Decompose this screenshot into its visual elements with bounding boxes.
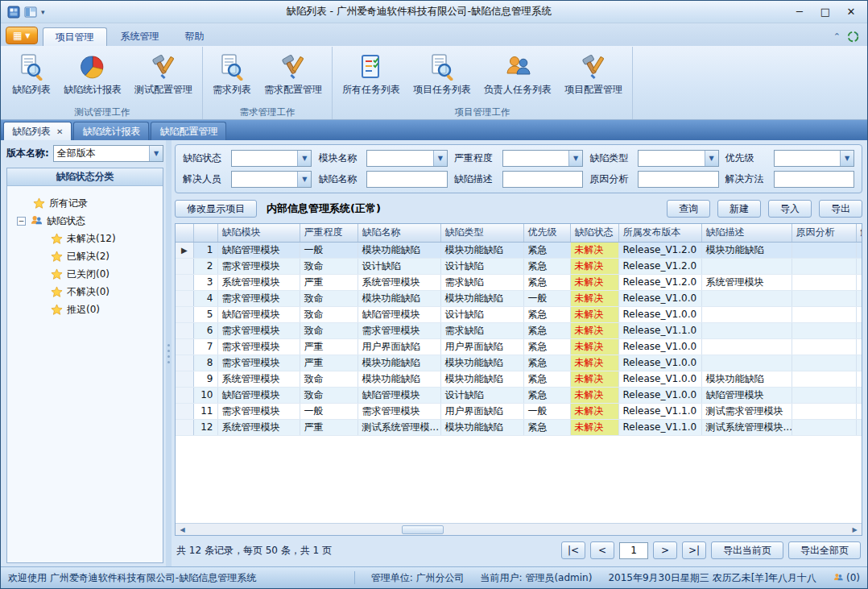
test-config-management-button[interactable]: 测试配置管理: [129, 49, 198, 106]
tree-collapse-icon[interactable]: −: [17, 217, 26, 226]
column-header[interactable]: 原因分析: [792, 224, 856, 242]
table-row[interactable]: 6需求管理模块致命需求管理模块需求缺陷紧急未解决Release_V1.1.0: [176, 322, 862, 338]
search-button[interactable]: 查询: [667, 200, 710, 218]
tree-item-all-records[interactable]: 所有记录: [9, 194, 161, 212]
all-tasks-list-button[interactable]: 所有任务列表: [337, 49, 406, 106]
filter-severity-combo[interactable]: ▼: [502, 150, 583, 167]
filter-defect-desc-input[interactable]: [502, 171, 583, 188]
export-all-pages-button[interactable]: 导出全部页: [788, 541, 861, 559]
table-row[interactable]: 5缺陷管理模块致命缺陷管理模块设计缺陷紧急未解决Release_V1.0.0: [176, 306, 862, 322]
chevron-down-icon[interactable]: ▼: [568, 151, 582, 166]
collapse-ribbon-icon[interactable]: ⌃: [833, 31, 841, 42]
tree-item-defect-status[interactable]: −缺陷状态: [9, 212, 161, 230]
version-combo[interactable]: 全部版本 ▼: [53, 145, 163, 162]
column-header[interactable]: 解决方法: [856, 224, 862, 242]
defect-stats-report-button[interactable]: 缺陷统计报表: [58, 49, 127, 106]
splitter-handle[interactable]: [166, 140, 172, 566]
maximize-button[interactable]: □: [812, 2, 838, 23]
modify-columns-button[interactable]: 修改显示项目: [175, 200, 257, 218]
filter-solution-input[interactable]: [774, 171, 854, 188]
owner-tasks-list-button[interactable]: 负责人任务列表: [478, 49, 557, 106]
horizontal-scrollbar[interactable]: ◀ ▶: [176, 523, 862, 535]
scroll-left-icon[interactable]: ◀: [177, 526, 188, 533]
column-header[interactable]: 缺陷名称: [358, 224, 440, 242]
defect-list-button[interactable]: 缺陷列表: [6, 49, 56, 106]
table-row[interactable]: 7需求管理模块严重用户界面缺陷用户界面缺陷紧急未解决Release_V1.0.0: [176, 338, 862, 355]
ribbon-group-requirement-management: 需求列表需求配置管理需求管理工作: [203, 47, 333, 119]
table-row[interactable]: 4需求管理模块致命模块功能缺陷模块功能缺陷一般未解决Release_V1.0.0: [176, 290, 862, 306]
filter-defect-name-input[interactable]: [366, 171, 447, 188]
last-page-button[interactable]: >|: [682, 541, 706, 559]
table-cell: [792, 355, 856, 371]
application-menu-button[interactable]: ▦ ▼: [6, 27, 38, 44]
chevron-down-icon[interactable]: ▼: [297, 172, 311, 187]
import-button[interactable]: 导入: [768, 200, 812, 218]
table-row[interactable]: 12系统管理模块严重测试系统管理模...模块功能缺陷紧急未解决Release_V…: [176, 419, 862, 435]
chevron-down-icon[interactable]: ▼: [297, 151, 311, 166]
chevron-down-icon[interactable]: ▼: [840, 151, 854, 166]
chevron-down-icon[interactable]: ▼: [149, 146, 163, 161]
tree-item-resolved[interactable]: 已解决(2): [9, 247, 161, 265]
next-page-button[interactable]: >: [653, 541, 677, 559]
table-row[interactable]: 8需求管理模块严重模块功能缺陷模块功能缺陷紧急未解决Release_V1.0.0: [176, 355, 862, 371]
qat-dropdown-icon[interactable]: ▾: [41, 8, 45, 16]
table-cell: 紧急: [523, 387, 570, 403]
prev-page-button[interactable]: <: [590, 541, 614, 559]
minimize-button[interactable]: ─: [787, 2, 812, 23]
ribbon-tab-help[interactable]: 帮助: [173, 27, 217, 46]
doc-tab-defect-config-management[interactable]: 缺陷配置管理: [151, 122, 226, 140]
first-page-button[interactable]: |<: [561, 541, 585, 559]
refresh-icon[interactable]: [847, 31, 859, 43]
table-cell: Release_V1.0.0: [618, 355, 701, 371]
table-cell: Release_V1.1.0: [618, 403, 701, 419]
table-row[interactable]: ▶1缺陷管理模块一般模块功能缺陷模块功能缺陷紧急未解决Release_V1.2.…: [176, 242, 862, 258]
close-button[interactable]: ✕: [838, 2, 864, 23]
row-number-cell: 4: [193, 290, 217, 306]
requirement-list-button[interactable]: 需求列表: [207, 49, 257, 106]
project-tasks-list-button[interactable]: 项目任务列表: [407, 49, 477, 106]
tree-item-postponed[interactable]: 推迟(0): [9, 301, 161, 318]
table-cell: 紧急: [523, 306, 570, 322]
filter-defect-status-combo[interactable]: ▼: [231, 150, 312, 167]
column-header[interactable]: 严重程度: [300, 224, 358, 242]
table-row[interactable]: 9系统管理模块致命模块功能缺陷模块功能缺陷紧急未解决Release_V1.0.0…: [176, 371, 862, 387]
table-row[interactable]: 3系统管理模块严重系统管理模块需求缺陷紧急未解决Release_V1.2.0系统…: [176, 274, 862, 290]
table-cell: 一般: [523, 290, 570, 306]
doc-tab-defect-list[interactable]: 缺陷列表✕: [3, 122, 72, 140]
column-header[interactable]: 优先级: [523, 224, 570, 242]
project-config-management-button[interactable]: 项目配置管理: [559, 49, 628, 106]
filter-label: 严重程度: [454, 151, 499, 165]
new-button[interactable]: 新建: [717, 200, 761, 218]
column-header[interactable]: 缺陷状态: [570, 224, 618, 242]
filter-resolver-combo[interactable]: ▼: [231, 171, 312, 188]
column-header[interactable]: 缺陷描述: [701, 224, 792, 242]
chevron-down-icon[interactable]: ▼: [705, 151, 718, 166]
close-tab-icon[interactable]: ✕: [56, 127, 63, 136]
filter-priority-combo[interactable]: ▼: [774, 150, 854, 167]
requirement-config-management-button[interactable]: 需求配置管理: [258, 49, 328, 106]
ribbon-tab-project-management[interactable]: 项目管理: [43, 27, 107, 46]
ribbon-tab-system-management[interactable]: 系统管理: [109, 27, 172, 46]
export-current-page-button[interactable]: 导出当前页: [711, 541, 783, 559]
table-cell: [701, 322, 792, 338]
export-button[interactable]: 导出: [819, 200, 862, 218]
tree-item-label: 未解决(12): [67, 232, 116, 246]
scroll-right-icon[interactable]: ▶: [849, 526, 860, 533]
table-row[interactable]: 2需求管理模块致命设计缺陷设计缺陷紧急未解决Release_V1.2.0: [176, 258, 862, 274]
table-row[interactable]: 10缺陷管理模块致命缺陷管理模块设计缺陷紧急未解决Release_V1.0.0缺…: [176, 387, 862, 403]
column-header[interactable]: 缺陷模块: [217, 224, 300, 242]
column-header[interactable]: 所属发布版本: [618, 224, 701, 242]
layout-icon[interactable]: [24, 6, 37, 19]
column-header[interactable]: 缺陷类型: [440, 224, 523, 242]
filter-module-name-combo[interactable]: ▼: [366, 150, 447, 167]
chevron-down-icon[interactable]: ▼: [433, 151, 447, 166]
filter-cause-analysis-input[interactable]: [638, 171, 718, 188]
scrollbar-thumb[interactable]: [402, 525, 444, 534]
page-number-input[interactable]: [619, 542, 648, 559]
tree-item-wont-fix[interactable]: 不解决(0): [9, 283, 161, 301]
doc-tab-defect-stats-report[interactable]: 缺陷统计报表: [73, 122, 149, 140]
tree-item-unresolved[interactable]: 未解决(12): [9, 230, 161, 247]
filter-defect-type-combo[interactable]: ▼: [638, 150, 718, 167]
tree-item-closed[interactable]: 已关闭(0): [9, 265, 161, 283]
table-row[interactable]: 11需求管理模块一般需求管理模块用户界面缺陷一般未解决Release_V1.1.…: [176, 403, 862, 419]
